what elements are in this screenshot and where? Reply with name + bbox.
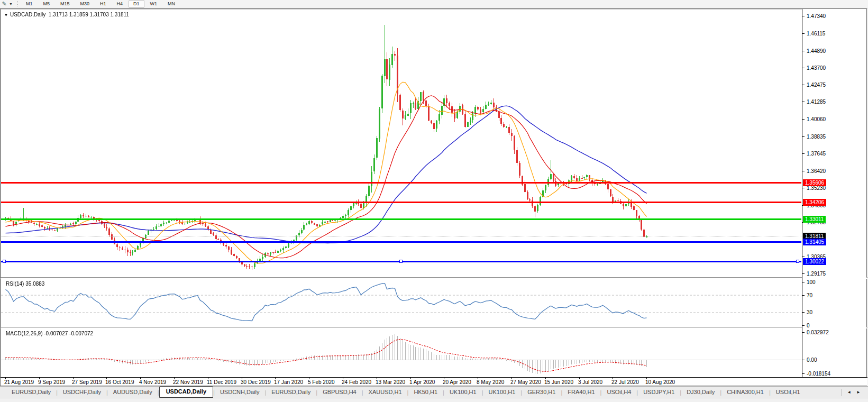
price-tick-mark — [802, 153, 805, 154]
chart-tab-usdcad-daily[interactable]: USDCAD,Daily — [159, 386, 213, 398]
chart-title: ▼USDCAD,Daily 1.31713 1.31859 1.31703 1.… — [4, 12, 129, 17]
chart-tab-usoil-h4[interactable]: USOil,H4 — [601, 387, 636, 397]
period-button-d1[interactable]: D1 — [129, 0, 144, 8]
window-menu-icon[interactable]: ▼ — [4, 13, 8, 17]
date-label: 17 Jan 2020 — [274, 379, 303, 385]
macd-tick-mark — [802, 332, 805, 333]
chart-tab-fra40-h1[interactable]: FRA40,H1 — [562, 387, 600, 397]
price-tick-label: 1.46115 — [807, 31, 825, 36]
date-label: 9 Sep 2019 — [38, 379, 65, 385]
price-tick-label: 1.29175 — [807, 271, 826, 277]
date-label: 30 Dec 2019 — [241, 379, 271, 385]
period-button-m1[interactable]: M1 — [21, 0, 38, 8]
tab-scroll-controls: ◄► — [841, 389, 868, 396]
period-button-w1[interactable]: W1 — [145, 0, 162, 8]
price-tick-mark — [802, 188, 805, 188]
price-chart-canvas[interactable] — [1, 10, 801, 377]
price-tick-mark — [802, 136, 805, 137]
price-tick-label: 1.36420 — [807, 168, 826, 174]
price-tick-mark — [802, 51, 805, 51]
pointer-tool-icon[interactable]: ✎ — [0, 1, 8, 7]
period-button-group: M1M5M15M30H1H4D1W1MN — [21, 0, 180, 8]
period-button-m30[interactable]: M30 — [75, 0, 94, 8]
horizontal-level-line[interactable] — [1, 202, 801, 203]
rsi-tick-mark — [802, 325, 805, 326]
period-button-m15[interactable]: M15 — [56, 0, 75, 8]
rsi-tick-label: 100 — [807, 279, 816, 285]
chart-tab-china300-h1[interactable]: CHINA300,H1 — [721, 387, 769, 397]
price-tick-mark — [802, 33, 805, 34]
price-tick-label: 1.44890 — [807, 48, 826, 54]
date-label: 20 Apr 2020 — [443, 379, 471, 385]
chart-tab-gbpusd-h4[interactable]: GBPUSD,H4 — [317, 387, 362, 397]
date-label: 27 Sep 2019 — [72, 379, 102, 385]
horizontal-level-line[interactable] — [1, 241, 801, 243]
current-price-line[interactable] — [1, 236, 801, 236]
date-label: 5 Feb 2020 — [308, 379, 335, 385]
price-tick-mark — [802, 119, 805, 120]
date-label: 3 Jul 2020 — [578, 379, 602, 385]
price-tick-mark — [802, 102, 805, 102]
status-strip — [0, 398, 868, 402]
price-tick-label: 1.43700 — [807, 65, 826, 71]
date-label: 1 Apr 2020 — [409, 379, 435, 385]
price-tick-mark — [802, 16, 805, 16]
price-tick-mark — [802, 273, 805, 274]
chart-tab-usdchf-daily[interactable]: USDCHF,Daily — [58, 387, 106, 397]
rsi-tick-mark — [802, 282, 805, 282]
horizontal-level-line[interactable] — [1, 218, 801, 220]
macd-panel-divider[interactable] — [1, 327, 867, 328]
period-button-mn[interactable]: MN — [163, 0, 180, 8]
price-tick-label: 1.37645 — [807, 151, 826, 157]
level-price-tag: 1.31405 — [803, 239, 826, 245]
tool-dropdown-arrow-icon[interactable]: ▼ — [8, 2, 15, 6]
level-price-tag: 1.34206 — [803, 199, 826, 206]
period-button-h1[interactable]: H1 — [95, 0, 111, 8]
price-tick-label: 1.42475 — [807, 82, 826, 88]
line-handle-left[interactable] — [3, 260, 6, 263]
tab-scroll-left-icon[interactable]: ◄ — [847, 390, 851, 395]
period-button-h4[interactable]: H4 — [112, 0, 128, 8]
price-tick-label: 1.47340 — [807, 13, 826, 19]
chart-window: ▼USDCAD,Daily 1.31713 1.31859 1.31703 1.… — [0, 8, 867, 386]
chart-tab-usdjpy-h1[interactable]: USDJPY,H1 — [638, 387, 680, 397]
chart-tab-bar: EURUSD,Daily|USDCHF,Daily|AUDUSD,Daily|U… — [0, 386, 868, 398]
chart-tab-usoil-h1[interactable]: USOil,H1 — [771, 387, 806, 397]
price-tick-label: 1.38835 — [807, 134, 826, 140]
line-handle-right[interactable] — [796, 260, 799, 263]
time-axis[interactable]: 21 Aug 20199 Sep 201927 Sep 201916 Oct 2… — [1, 377, 867, 386]
level-price-tag: 1.35606 — [803, 179, 826, 186]
date-label: 22 Jul 2020 — [611, 379, 639, 385]
chart-tab-hk50-h1[interactable]: HK50,H1 — [408, 387, 443, 397]
price-tick-label: 1.40060 — [807, 116, 826, 122]
chart-tab-audusd-daily[interactable]: AUDUSD,Daily — [108, 387, 158, 397]
rsi-tick-label: 30 — [807, 309, 812, 315]
macd-tick-mark — [802, 360, 805, 360]
price-axis[interactable]: 1.473401.461151.448901.437001.424751.412… — [802, 9, 866, 377]
date-label: 27 May 2020 — [510, 379, 541, 385]
horizontal-level-line[interactable] — [1, 182, 801, 184]
chart-tab-dj30-daily[interactable]: DJ30,Daily — [681, 387, 720, 397]
chart-tab-ger30-h1[interactable]: GER30,H1 — [522, 387, 561, 397]
rsi-tick-mark — [802, 295, 805, 296]
chart-tab-uk100-h1[interactable]: UK100,H1 — [483, 387, 521, 397]
date-label: 10 Aug 2020 — [645, 379, 675, 385]
chart-symbol-label: USDCAD,Daily — [10, 12, 45, 17]
chart-tab-usdcnh-daily[interactable]: USDCNH,Daily — [215, 387, 265, 397]
chart-tab-xauusd-h1[interactable]: XAUUSD,H1 — [363, 387, 407, 397]
price-tick-mark — [802, 257, 805, 257]
period-button-m5[interactable]: M5 — [38, 0, 54, 8]
macd-tick-label: -0.018154 — [807, 371, 830, 377]
rsi-panel-divider[interactable] — [1, 277, 867, 279]
chart-tab-uk100-h1[interactable]: UK100,H1 — [444, 387, 482, 397]
macd-tick-label: 0.032972 — [807, 330, 829, 335]
date-label: 4 Nov 2019 — [139, 379, 166, 385]
chart-tab-eurusd-daily[interactable]: EURUSD,Daily — [6, 387, 56, 397]
price-tick-mark — [802, 68, 805, 68]
toolbar-grip[interactable] — [16, 1, 19, 7]
trading-terminal: ✎ ▼ M1M5M15M30H1H4D1W1MN ▼USDCAD,Daily 1… — [0, 0, 868, 402]
line-handle-center[interactable] — [399, 260, 403, 263]
price-tick-mark — [802, 85, 805, 85]
tab-scroll-right-icon[interactable]: ► — [856, 390, 861, 395]
chart-tab-eurusd-daily[interactable]: EURUSD,Daily — [266, 387, 316, 397]
